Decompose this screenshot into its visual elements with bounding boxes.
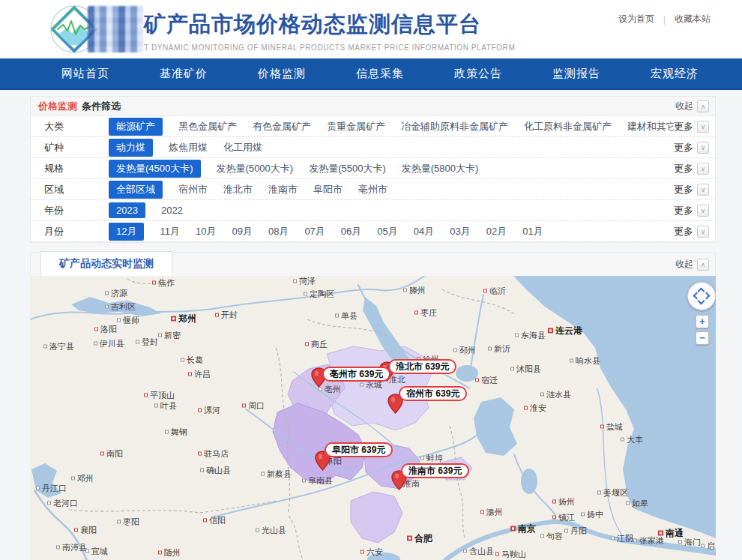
filter-option[interactable]: 化工原料非金属矿产 <box>524 120 612 133</box>
filter-option[interactable]: 冶金辅助原料非金属矿产 <box>401 120 508 133</box>
filter-option[interactable]: 07月 <box>304 225 325 238</box>
filter-option[interactable]: 宿州市 <box>178 183 208 196</box>
chevron-down-icon[interactable]: ∨ <box>697 184 709 196</box>
filter-option[interactable]: 05月 <box>377 225 397 238</box>
nav-item-4[interactable]: 信息采集 <box>356 58 404 88</box>
map-city-label: 马鞍山 <box>495 549 526 560</box>
chevron-down-icon[interactable]: ∨ <box>697 121 709 133</box>
map-city-label: 南阳 <box>100 448 123 460</box>
filter-option[interactable]: 建材和其它非金属矿产 <box>627 120 674 133</box>
filter-option[interactable]: 01月 <box>522 225 543 238</box>
nav-item-3[interactable]: 价格监测 <box>258 58 306 88</box>
filter-option-selected[interactable]: 12月 <box>109 223 144 241</box>
filter-option[interactable]: 黑色金属矿产 <box>178 120 237 133</box>
filter-option[interactable]: 08月 <box>268 225 289 238</box>
filter-option[interactable]: 02月 <box>486 225 507 238</box>
city-name: 济源 <box>111 288 127 299</box>
filter-option[interactable]: 发热量(5800大卡) <box>402 162 479 175</box>
map-city-label: 新密 <box>158 330 181 341</box>
city-name: 含山县 <box>469 546 494 557</box>
nav-item-2[interactable]: 基准矿价 <box>160 58 208 88</box>
map-city-label: 商丘 <box>305 339 328 350</box>
filter-option-selected[interactable]: 发热量(4500大卡) <box>109 160 201 178</box>
filter-option[interactable]: 10月 <box>196 225 216 238</box>
pan-down-icon[interactable] <box>698 298 705 305</box>
page-subtitle: T DYNAMIC MONITORING OF MINERAL PRODUCTS… <box>144 43 515 52</box>
city-marker-icon <box>658 531 663 536</box>
filter-option[interactable]: 发热量(5000大卡) <box>217 162 294 175</box>
map-city-label: 平顶山 <box>144 390 175 401</box>
chevron-up-icon[interactable]: ∧ <box>697 100 709 112</box>
filter-option[interactable]: 化工用煤 <box>223 141 262 154</box>
filter-option[interactable]: 04月 <box>414 225 434 238</box>
map-city-label: 确山县 <box>200 465 231 476</box>
more-button[interactable]: 更多∨ <box>674 183 709 196</box>
filter-option[interactable]: 有色金属矿产 <box>253 120 311 133</box>
chevron-down-icon[interactable]: ∨ <box>697 205 709 217</box>
map-collapse-button[interactable]: 收起 ∧ <box>675 258 709 271</box>
city-marker-icon <box>597 491 601 495</box>
map-canvas[interactable]: 焦作济源吉利区偃师洛阳郑州开封新密登封伊川县洛宁县长葛许昌平顶山叶县漯河周口舞钢… <box>30 276 716 560</box>
filter-option-selected[interactable]: 能源矿产 <box>109 118 163 136</box>
city-marker-icon <box>633 539 637 543</box>
filter-option-selected[interactable]: 全部区域 <box>109 181 163 199</box>
map-city-label: 菏泽 <box>293 276 316 287</box>
nav-item-6[interactable]: 监测报告 <box>552 58 600 88</box>
city-name: 南漳县 <box>62 542 87 553</box>
tab-realtime-monitoring[interactable]: 矿产品动态实时监测 <box>40 251 172 276</box>
chevron-down-icon[interactable]: ∨ <box>697 142 709 154</box>
city-name: 东海县 <box>521 330 546 341</box>
filter-option[interactable]: 亳州市 <box>358 183 387 196</box>
filter-option[interactable]: 发热量(5500大卡) <box>309 162 386 175</box>
city-name: 海门 <box>684 537 701 548</box>
price-bubble[interactable]: 亳州市 639元 <box>322 367 390 382</box>
price-bubble[interactable]: 宿州市 639元 <box>399 386 467 401</box>
price-bubble[interactable]: 阜阳市 639元 <box>325 442 393 457</box>
more-button[interactable]: 更多∨ <box>674 141 709 154</box>
filter-option-selected[interactable]: 动力煤 <box>109 139 153 157</box>
city-marker-icon <box>403 289 407 292</box>
more-button[interactable]: 更多∨ <box>674 162 709 175</box>
filter-option[interactable]: 09月 <box>232 225 252 238</box>
filter-collapse-button[interactable]: 收起 ∧ <box>675 100 709 112</box>
filter-option[interactable]: 2022 <box>161 205 183 216</box>
filter-option-selected[interactable]: 2023 <box>109 202 145 218</box>
city-name: 滁州 <box>486 507 503 518</box>
set-homepage-link[interactable]: 设为首页 <box>618 13 654 25</box>
city-name: 丹江口 <box>42 483 67 494</box>
filter-option[interactable]: 06月 <box>341 225 361 238</box>
filter-option[interactable]: 贵重金属矿产 <box>327 120 385 133</box>
favorite-site-link[interactable]: 收藏本站 <box>675 13 711 25</box>
map-pan-control[interactable] <box>687 282 716 310</box>
more-button[interactable]: 更多∨ <box>674 120 709 133</box>
more-label: 更多 <box>674 120 693 133</box>
city-name: 枣阳 <box>123 517 139 528</box>
nav-item-7[interactable]: 宏观经济 <box>651 58 699 88</box>
city-marker-icon <box>524 406 528 410</box>
site-header: 矿产品市场价格动态监测信息平台 T DYNAMIC MONITORING OF … <box>0 0 742 58</box>
nav-item-5[interactable]: 政策公告 <box>454 58 502 88</box>
filter-options: 动力煤炼焦用煤化工用煤 <box>109 139 674 157</box>
filter-options: 12月11月10月09月08月07月06月05月04月03月02月01月 <box>109 223 674 241</box>
map-zoom-out-button[interactable]: − <box>696 331 709 345</box>
filter-option[interactable]: 淮南市 <box>268 183 298 196</box>
price-bubble[interactable]: 淮南市 639元 <box>401 463 469 478</box>
chevron-up-icon[interactable]: ∧ <box>697 259 709 271</box>
map-tabbar: 矿产品动态实时监测 收起 ∧ <box>30 252 716 276</box>
more-button[interactable]: 更多∨ <box>674 225 709 238</box>
chevron-down-icon[interactable]: ∨ <box>697 226 709 238</box>
chevron-down-icon[interactable]: ∨ <box>697 163 709 175</box>
map-city-label: 江阴 <box>611 533 633 544</box>
filter-option[interactable]: 淮北市 <box>223 183 253 196</box>
nav-item-1[interactable]: 网站首页 <box>61 58 109 88</box>
filter-option[interactable]: 阜阳市 <box>313 183 343 196</box>
more-button[interactable]: 更多∨ <box>674 204 709 217</box>
filter-option[interactable]: 炼焦用煤 <box>169 141 208 154</box>
map-city-label: 丹江口 <box>36 483 67 494</box>
city-marker-icon <box>552 500 556 504</box>
map-zoom-in-button[interactable]: + <box>696 315 709 328</box>
filter-option[interactable]: 03月 <box>450 225 470 238</box>
price-bubble[interactable]: 淮北市 639元 <box>388 359 456 374</box>
pan-right-icon[interactable] <box>703 292 711 300</box>
filter-option[interactable]: 11月 <box>160 225 180 238</box>
